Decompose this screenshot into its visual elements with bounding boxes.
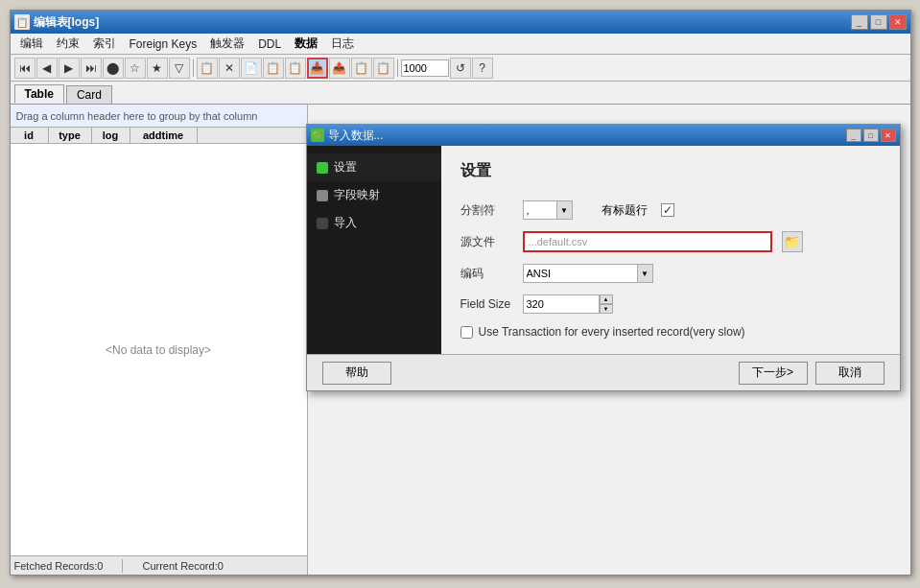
nav-item-fieldmap[interactable]: 字段映射: [307, 181, 441, 209]
close-button[interactable]: ✕: [889, 14, 907, 30]
delimiter-label: 分割符: [460, 202, 513, 219]
source-file-row: 源文件 ...default.csv 📁: [460, 231, 881, 252]
dialog-controls: _ □ ✕: [846, 129, 896, 142]
dialog-footer: 帮助 下一步> 取消: [307, 354, 900, 390]
tb-copy4[interactable]: 📋: [351, 58, 372, 79]
menu-edit[interactable]: 编辑: [14, 34, 49, 54]
menu-data[interactable]: 数据: [289, 34, 323, 54]
menu-triggers[interactable]: 触发器: [204, 34, 250, 54]
delimiter-input[interactable]: [523, 200, 557, 220]
fieldsize-down[interactable]: ▼: [600, 304, 613, 314]
nav-dot-import: [317, 218, 328, 229]
dialog-body: 设置 字段映射 导入 设置: [307, 146, 900, 354]
sep1: [193, 59, 194, 77]
tb-copy5[interactable]: 📋: [373, 58, 394, 79]
fieldsize-input-group: ▲ ▼: [523, 294, 613, 314]
title-bar: 📋 编辑表[logs] _ □ ✕: [11, 11, 910, 34]
tab-card[interactable]: Card: [66, 85, 112, 104]
encoding-row: 编码 ▼: [460, 264, 881, 283]
tb-help[interactable]: ?: [472, 58, 493, 79]
nav-dot-settings: [317, 162, 328, 174]
section-title: 设置: [460, 161, 881, 181]
dialog-minimize[interactable]: _: [846, 129, 861, 142]
transaction-checkbox[interactable]: [460, 326, 473, 339]
dialog-content: 设置 分割符 ▼ 有标题行 ✓: [441, 146, 900, 354]
tb-copy3[interactable]: 📋: [285, 58, 306, 79]
tb-paste[interactable]: 📄: [241, 58, 262, 79]
tb-copy[interactable]: 📋: [197, 58, 218, 79]
file-browse-button[interactable]: 📁: [782, 231, 803, 252]
dialog-maximize[interactable]: □: [863, 129, 879, 142]
nav-item-import[interactable]: 导入: [307, 209, 441, 237]
nav-label-import: 导入: [334, 215, 357, 231]
fieldsize-up[interactable]: ▲: [600, 294, 613, 304]
footer-right: 下一步> 取消: [739, 362, 885, 385]
import-dialog: 🟢 导入数据... _ □ ✕ 设置: [306, 124, 901, 391]
tb-star1[interactable]: ☆: [125, 58, 146, 79]
tb-export[interactable]: 📤: [329, 58, 350, 79]
tb-last[interactable]: ⏭: [81, 58, 102, 79]
dialog-title-left: 🟢 导入数据...: [311, 128, 384, 144]
minimize-button[interactable]: _: [851, 14, 868, 30]
source-file-box[interactable]: ...default.csv: [523, 231, 772, 252]
menu-index[interactable]: 索引: [87, 34, 122, 54]
nav-item-settings[interactable]: 设置: [307, 153, 441, 181]
tb-next[interactable]: ▶: [59, 58, 80, 79]
fieldsize-input[interactable]: [523, 294, 600, 314]
help-button[interactable]: 帮助: [322, 362, 391, 385]
nav-dot-fieldmap: [317, 190, 328, 201]
dialog-title-bar: 🟢 导入数据... _ □ ✕: [307, 125, 900, 146]
delimiter-dropdown[interactable]: ▼: [557, 200, 573, 220]
encoding-label: 编码: [460, 266, 513, 282]
maximize-button[interactable]: □: [870, 14, 887, 30]
title-controls: _ □ ✕: [851, 14, 907, 30]
dialog-overlay: 🟢 导入数据... _ □ ✕ 设置: [11, 105, 910, 575]
transaction-row: Use Transaction for every inserted recor…: [460, 325, 881, 339]
tb-delete[interactable]: ✕: [219, 58, 240, 79]
menu-foreign-keys[interactable]: Foreign Keys: [124, 35, 203, 53]
content-area: Drag a column header here to group by th…: [11, 105, 910, 575]
fieldsize-label: Field Size: [460, 297, 513, 311]
main-window: 📋 编辑表[logs] _ □ ✕ 编辑 约束 索引 Foreign Keys …: [10, 10, 911, 576]
tb-stop[interactable]: ⬤: [103, 58, 124, 79]
dialog-nav: 设置 字段映射 导入: [307, 146, 441, 354]
delimiter-row: 分割符 ▼ 有标题行 ✓: [460, 200, 881, 220]
fieldsize-row: Field Size ▲ ▼: [460, 294, 881, 314]
menu-bar: 编辑 约束 索引 Foreign Keys 触发器 DDL 数据 日志: [11, 34, 910, 55]
tb-refresh[interactable]: ↺: [450, 58, 471, 79]
fieldsize-spinners: ▲ ▼: [600, 294, 613, 314]
encoding-select-group: ▼: [523, 264, 653, 283]
tb-copy2[interactable]: 📋: [263, 58, 284, 79]
tab-table[interactable]: Table: [14, 84, 64, 104]
has-header-label: 有标题行: [602, 202, 648, 219]
window-title: 编辑表[logs]: [34, 14, 100, 31]
tb-import[interactable]: 📥: [307, 58, 328, 79]
record-limit-input[interactable]: [401, 59, 449, 77]
toolbar: ⏮ ◀ ▶ ⏭ ⬤ ☆ ★ ▽ 📋 ✕ 📄 📋 📋 📥 📤 📋 📋 ↺ ?: [11, 55, 910, 82]
nav-label-settings: 设置: [334, 159, 357, 176]
tb-prev[interactable]: ◀: [36, 58, 58, 79]
dialog-title: 导入数据...: [328, 128, 384, 144]
transaction-label: Use Transaction for every inserted recor…: [479, 325, 745, 339]
encoding-dropdown[interactable]: ▼: [638, 264, 653, 283]
tb-filter[interactable]: ▽: [169, 58, 190, 79]
menu-constraints[interactable]: 约束: [51, 34, 85, 54]
tb-first[interactable]: ⏮: [14, 58, 35, 79]
tb-star2[interactable]: ★: [147, 58, 168, 79]
window-icon: 📋: [14, 14, 30, 30]
menu-ddl[interactable]: DDL: [252, 35, 287, 53]
sep2: [397, 59, 398, 77]
delimiter-input-group: ▼: [523, 200, 573, 220]
cancel-button[interactable]: 取消: [815, 362, 885, 385]
title-bar-left: 📋 编辑表[logs]: [14, 14, 100, 31]
source-file-value: ...default.csv: [529, 236, 588, 247]
encoding-input[interactable]: [523, 264, 638, 283]
next-button[interactable]: 下一步>: [739, 362, 808, 385]
menu-log[interactable]: 日志: [325, 34, 360, 54]
dialog-close[interactable]: ✕: [881, 129, 896, 142]
has-header-checkbox[interactable]: ✓: [661, 203, 674, 217]
dialog-icon: 🟢: [311, 129, 324, 142]
tabs-area: Table Card: [11, 82, 910, 105]
nav-label-fieldmap: 字段映射: [334, 187, 380, 203]
source-file-label: 源文件: [460, 234, 513, 250]
